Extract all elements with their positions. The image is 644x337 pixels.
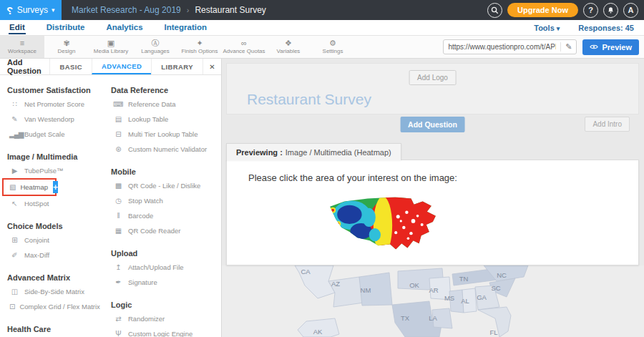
question-type-item[interactable]: ✒Signature [106,275,219,290]
nav-tab-distribute[interactable]: Distribute [46,21,86,34]
question-section: Advanced Matrix◫Side-By-Side Matrix⊡Comp… [0,270,104,314]
toolbar-item-design[interactable]: ✾Design [44,36,89,58]
notifications-button[interactable] [603,3,618,18]
preview-button[interactable]: Preview [582,39,639,55]
toolbar-item-finish-options[interactable]: ✦Finish Options [177,36,222,58]
stopwatch-icon: ◷ [113,197,123,205]
cursor-icon: ↖ [9,200,19,207]
edit-url-icon[interactable]: ✎ [560,42,576,52]
chevron-down-icon: ▾ [52,6,55,14]
qr-reader-icon: ▦ [113,227,123,235]
question-type-item[interactable]: ▤Lookup Table [106,112,219,127]
toolbar-item-label: Settings [323,48,343,54]
question-type-item[interactable]: ⇄Randomizer [106,311,219,326]
question-type-item[interactable]: ⊟Multi Tier Lookup Table [106,127,219,142]
tab-basic[interactable]: BASIC [49,59,92,74]
heatmap-question-image[interactable] [326,191,441,260]
question-type-label: Randomizer [128,315,165,323]
upgrade-now-button[interactable]: Upgrade Now [507,3,578,17]
question-section: Customer Satisfaction∷Net Promoter Score… [0,83,104,142]
question-section: Mobile▩QR Code - Like / Dislike◷Stop Wat… [104,165,221,238]
question-type-item[interactable]: ⊛Custom Numeric Validator [106,142,219,157]
question-type-item[interactable]: ▩QR Code - Like / Dislike [106,178,219,193]
toolbar-item-label: Languages [141,48,170,54]
question-type-item[interactable]: ΨCustom Logic Engine [106,326,219,337]
question-type-item[interactable]: ↥Attach/Upload File [106,260,219,275]
nav-tab-integration[interactable]: Integration [164,21,208,34]
add-logo-button[interactable]: Add Logo [409,70,457,85]
question-type-item[interactable]: ✎Van Westendorp [2,112,102,127]
bar-scale-icon: ▂▄▆ [9,130,19,138]
nav-tab-analytics[interactable]: Analytics [105,21,143,34]
state-label-ak: AK [313,328,323,336]
toolbar-item-label: Finish Options [181,48,218,54]
question-type-item[interactable]: ◷Stop Watch [106,193,219,208]
workspace-toolbar: ≡Workspace✾Design▣Media LibraryⒶLanguage… [0,36,644,59]
state-label-ar: AR [429,286,438,294]
survey-header-card: Add Logo Restaurant Survey [226,63,639,114]
close-panel-button[interactable]: ✕ [203,59,221,74]
tab-advanced[interactable]: ADVANCED [92,59,151,74]
state-label-fl: FL [489,328,497,336]
toolbar-item-workspace[interactable]: ≡Workspace [0,36,44,58]
tab-library[interactable]: LIBRARY [151,59,203,74]
nav-tab-edit[interactable]: Edit [9,21,26,34]
panel-title: Add Question [0,59,49,74]
conjoint-cards-icon: ⊞ [9,236,19,244]
search-icon [491,6,499,14]
bell-icon [607,6,615,14]
tag-icon: ❖ [285,39,292,47]
tools-menu[interactable]: Tools ▾ [534,24,560,32]
question-type-tabs: BASICADVANCEDLIBRARY [49,59,203,74]
survey-url-box: ✎ [443,39,577,54]
question-type-item[interactable]: ▂▄▆Budget Scale [2,127,102,142]
toolbar-item-label: Media Library [94,48,128,54]
product-name: Surveys [17,5,48,15]
help-button[interactable]: ? [583,3,598,18]
question-type-item[interactable]: ▶TubePulse™ [2,163,102,178]
search-button[interactable] [487,3,502,18]
breadcrumb-folder[interactable]: Market Research - Aug 2019 [72,5,181,15]
section-title: Choice Models [0,219,104,233]
toolbar-item-languages[interactable]: ⒶLanguages [133,36,177,58]
question-type-item[interactable]: ▧Heatmap+ [2,178,57,196]
us-map-shapes [226,265,644,337]
toolbar-item-media-library[interactable]: ▣Media Library [89,36,133,58]
question-type-item[interactable]: ⊞Conjoint [2,233,102,248]
question-type-label: Conjoint [24,236,49,244]
shuffle-icon: ⇄ [113,315,123,323]
brand-menu[interactable]: ? Surveys ▾ [0,0,62,20]
question-type-item[interactable]: ⌨Reference Data [106,97,219,112]
qr-code-icon: ▩ [113,182,123,190]
question-type-item[interactable]: ‖Barcode [106,208,219,223]
question-type-item[interactable]: ⊡Complex Grid / Flex Matrix [2,299,102,314]
question-column-right: Data Reference⌨Reference Data▤Lookup Tab… [104,75,221,337]
question-type-item[interactable]: ∷Net Promoter Score [2,97,102,112]
add-question-button[interactable]: Add Question [400,117,465,132]
question-type-label: Reference Data [128,100,176,108]
toolbar-item-label: Advance Quotas [223,48,265,54]
question-type-label: Stop Watch [128,197,163,205]
question-type-item[interactable]: ◫Side-By-Side Matrix [2,284,102,299]
add-intro-button[interactable]: Add Intro [585,117,630,132]
question-type-item[interactable]: ✐Max-Diff [2,248,102,263]
survey-url-input[interactable] [444,43,560,51]
avatar[interactable]: A [623,3,638,18]
state-label-ca: CA [301,268,310,275]
question-type-item[interactable]: ▦QR Code Reader [106,223,219,238]
toolbar-item-settings[interactable]: ⚙Settings [311,36,355,58]
add-heatmap-plus-button[interactable]: + [53,181,58,193]
question-section: Data Reference⌨Reference Data▤Lookup Tab… [104,83,221,157]
question-section: Upload↥Attach/Upload File✒Signature [104,246,221,290]
question-type-label: TubePulse™ [24,167,64,175]
state-label-sc: SC [491,284,500,292]
toolbar-item-variables[interactable]: ❖Variables [266,36,311,58]
toolbar-item-advance-quotas[interactable]: ∞Advance Quotas [222,36,266,58]
question-type-label: Multi Tier Lookup Table [128,130,198,138]
breadcrumb-survey: Restaurant Survey [195,5,265,15]
survey-title[interactable]: Restaurant Survey [247,91,371,108]
responses-count[interactable]: Responses: 45 [578,24,634,32]
question-section: Choice Models⊞Conjoint✐Max-Diff [0,219,104,263]
state-label-ga: GA [477,293,487,301]
question-type-item[interactable]: ↖HotSpot [2,196,102,211]
